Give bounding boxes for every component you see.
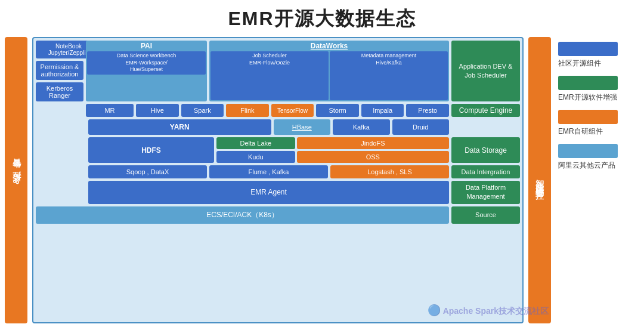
dataworks-block: DataWorks Job Scheduler EMR-Flow/Oozie M… — [209, 41, 449, 101]
delta-lake-cell: Delta Lake — [216, 137, 295, 149]
impala-cell: Impala — [361, 104, 404, 117]
hdfs-cell: HDFS — [88, 137, 214, 163]
source-block: Source — [451, 206, 520, 224]
presto-cell: Presto — [406, 104, 449, 117]
perm-col: Permission & authorization — [36, 61, 83, 80]
data-integ-block: Data Intergration — [451, 165, 520, 178]
legend-item-3: EMR自研组件 — [558, 110, 637, 137]
right-strip: 智能运维管控 — [528, 37, 551, 323]
flink-cell: Flink — [226, 104, 269, 117]
center-content: NoteBook Jupyter/Zepplin Permission & au… — [32, 37, 524, 323]
page-container: EMR开源大数据生态 监控&告警 NoteBook Jupyter/Zeppli… — [0, 0, 644, 324]
logstash-cell: Logstash , SLS — [330, 165, 449, 178]
kerberos-cell: Kerberos Ranger — [36, 82, 83, 101]
tensorflow-cell: TensorFlow — [271, 104, 314, 117]
jindo-fs-cell: JindoFS — [297, 137, 449, 149]
legend-item-2: EMR开源软件增强 — [558, 76, 637, 103]
kafka-cell: Kafka — [333, 119, 390, 135]
left-strip: 监控&告警 — [5, 37, 27, 323]
spark-cell: Spark — [181, 104, 224, 117]
hbase-cell: HBase — [274, 119, 331, 135]
main-title: EMR开源大数据生态 — [0, 0, 644, 37]
pai-block: PAI Data Science workbench EMR-Workspace… — [86, 41, 207, 101]
yarn-cell: YARN — [88, 119, 271, 135]
legend-area: 社区开源组件 EMR开源软件增强 EMR自研组件 阿里云其他云产品 — [556, 37, 639, 323]
storm-cell: Storm — [316, 104, 359, 117]
mr-cell: MR — [86, 104, 134, 117]
ecs-cell: ECS/ECI/ACK（K8s） — [36, 206, 449, 224]
data-storage-block: Data Storage — [451, 137, 520, 163]
oss-cell: OSS — [297, 151, 449, 163]
compute-engine-block: Compute Engine — [451, 104, 520, 117]
kudu-cell: Kudu — [216, 151, 295, 163]
flume-cell: Flume , Kafka — [209, 165, 328, 178]
legend-item-1: 社区开源组件 — [558, 42, 637, 69]
emr-agent-cell: EMR Agent — [88, 181, 449, 204]
legend-item-4: 阿里云其他云产品 — [558, 144, 637, 171]
appdev-block: Application DEV & Job Scheduler — [451, 41, 520, 101]
sqoop-cell: Sqoop , DataX — [88, 165, 207, 178]
platform-block: Data Platform Management — [451, 181, 520, 204]
hive-cell: Hive — [136, 104, 179, 117]
watermark: 🔵 Apache Spark技术交流社区 — [428, 304, 549, 317]
druid-cell: Druid — [392, 119, 450, 135]
